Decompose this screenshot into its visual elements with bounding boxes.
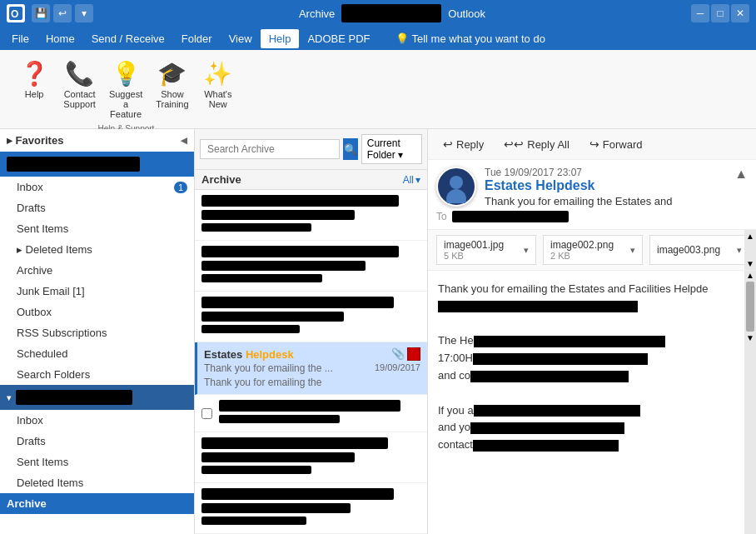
- nav-rss-1[interactable]: RSS Subscriptions: [0, 322, 194, 343]
- close-btn[interactable]: ✕: [731, 4, 749, 22]
- deleted-label-1: ▸ Deleted Items: [17, 243, 92, 256]
- body-scroll-up[interactable]: ▲: [744, 271, 756, 280]
- menu-folder[interactable]: Folder: [173, 29, 221, 48]
- quick-access-toolbar[interactable]: 💾 ↩ ▾: [32, 4, 93, 22]
- inbox-label-2: Inbox: [17, 414, 43, 427]
- list-item[interactable]: [195, 190, 427, 241]
- attachment-dropdown-3[interactable]: ▾: [737, 245, 742, 256]
- menu-help[interactable]: Help: [261, 29, 300, 48]
- whats-new-button[interactable]: ✨ What'sNew: [197, 57, 239, 122]
- reply-all-button[interactable]: ↩↩ Reply All: [497, 134, 576, 154]
- search-button[interactable]: 🔍: [343, 138, 358, 160]
- nav-search-folders-1[interactable]: Search Folders: [0, 364, 194, 385]
- main-layout: ▸ Favorites ◀ Inbox 1 Drafts Sent Items …: [0, 129, 756, 534]
- email-header: Tue 19/09/2017 23:07 Estates Helpdesk Th…: [428, 160, 756, 230]
- reply-all-label: Reply All: [527, 138, 569, 151]
- dropdown-btn[interactable]: ▾: [75, 4, 93, 22]
- folder-select[interactable]: Current Folder ▾: [361, 134, 422, 164]
- menu-adobe[interactable]: ADOBE PDF: [299, 29, 378, 48]
- nav-sent-1[interactable]: Sent Items: [0, 218, 194, 239]
- attachment-dropdown-2[interactable]: ▾: [630, 245, 635, 256]
- nav-deleted-1[interactable]: ▸ Deleted Items: [0, 239, 194, 260]
- forward-label: Forward: [603, 138, 643, 151]
- reply-all-icon: ↩↩: [504, 137, 524, 151]
- body-paragraph-2: The He 17:00H and co: [438, 332, 734, 384]
- list-item[interactable]: [195, 432, 427, 483]
- forward-button[interactable]: ↪ Forward: [583, 134, 649, 154]
- drafts-label-1: Drafts: [17, 202, 46, 214]
- lightbulb-icon: 💡: [395, 32, 409, 45]
- nav-outbox-1[interactable]: Outbox: [0, 302, 194, 322]
- sent-label-2: Sent Items: [17, 456, 68, 468]
- attachment-name-2: image002.png 2 KB: [550, 239, 614, 261]
- archive-title: Archive: [299, 7, 335, 20]
- maximize-btn[interactable]: □: [711, 4, 729, 22]
- list-item[interactable]: [195, 483, 427, 534]
- body-paragraph-3: If you a and yo contact: [438, 402, 734, 454]
- outbox-label-1: Outbox: [17, 306, 52, 318]
- menu-send-receive[interactable]: Send / Receive: [83, 29, 173, 48]
- nav-drafts-2[interactable]: Drafts: [0, 431, 194, 452]
- email-from: Estates Helpdesk: [485, 178, 726, 193]
- list-item[interactable]: [195, 241, 427, 292]
- all-filter-button[interactable]: All ▾: [403, 174, 420, 186]
- nav-inbox-2[interactable]: Inbox: [0, 410, 194, 431]
- menu-view[interactable]: View: [221, 29, 261, 48]
- training-icon: 🎓: [157, 60, 187, 87]
- scroll-up-icon[interactable]: ▲: [746, 232, 754, 241]
- selected-email-item[interactable]: Estates Helpdesk 📎 Thank you for emailin…: [195, 342, 427, 395]
- tell-me-label: Tell me what you want to do: [412, 32, 545, 45]
- undo-btn[interactable]: ↩: [53, 4, 72, 22]
- nav-sent-2[interactable]: Sent Items: [0, 452, 194, 472]
- list-item[interactable]: [195, 395, 427, 432]
- account1-name-redacted: [7, 157, 140, 172]
- scroll-down-icon[interactable]: ▼: [746, 259, 754, 268]
- attachment-item-2[interactable]: image002.png 2 KB ▾: [543, 235, 643, 265]
- help-icon: ❓: [20, 60, 49, 87]
- minimize-btn[interactable]: ─: [691, 4, 709, 22]
- ribbon: ❓ Help 📞 ContactSupport 💡 Suggesta Featu…: [0, 50, 756, 129]
- list-item[interactable]: [195, 292, 427, 342]
- search-bar: 🔍 Current Folder ▾: [195, 129, 427, 170]
- search-input[interactable]: [200, 139, 340, 159]
- reply-label: Reply: [456, 138, 484, 151]
- email-checkbox[interactable]: [201, 408, 212, 419]
- show-training-button[interactable]: 🎓 ShowTraining: [151, 57, 193, 122]
- body-scroll-down[interactable]: ▼: [744, 333, 756, 342]
- favorites-header[interactable]: ▸ Favorites ◀: [0, 129, 194, 152]
- nav-inbox-1[interactable]: Inbox 1: [0, 177, 194, 197]
- reply-button[interactable]: ↩ Reply: [436, 134, 490, 154]
- account2-header[interactable]: [0, 385, 194, 410]
- nav-junk-1[interactable]: Junk Email [1]: [0, 281, 194, 302]
- contact-support-button[interactable]: 📞 ContactSupport: [58, 57, 101, 122]
- menu-bar: File Home Send / Receive Folder View Hel…: [0, 27, 756, 50]
- help-button[interactable]: ❓ Help: [13, 57, 55, 122]
- attachment-dropdown-1[interactable]: ▾: [524, 245, 529, 256]
- tell-me[interactable]: 💡 Tell me what you want to do: [395, 32, 545, 45]
- scheduled-label-1: Scheduled: [17, 347, 67, 360]
- app-icon: O: [7, 4, 25, 22]
- collapse-header-button[interactable]: ▲: [734, 167, 748, 182]
- attachment-item-1[interactable]: image001.jpg 5 KB ▾: [436, 235, 536, 265]
- save-btn[interactable]: 💾: [32, 4, 50, 22]
- forward-icon: ↪: [589, 137, 599, 151]
- nav-archive-1[interactable]: Archive: [0, 260, 194, 281]
- menu-file[interactable]: File: [3, 29, 37, 48]
- nav-drafts-1[interactable]: Drafts: [0, 197, 194, 218]
- body-paragraph-1: Thank you for emailing the Estates and F…: [438, 281, 734, 316]
- drafts-label-2: Drafts: [17, 435, 46, 447]
- account1-header[interactable]: [0, 152, 194, 177]
- body-scrollbar[interactable]: ▲ ▼: [744, 271, 756, 534]
- rss-label-1: RSS Subscriptions: [17, 327, 107, 339]
- archive-list-label: Archive: [201, 173, 241, 186]
- body-scroll-thumb[interactable]: [746, 282, 754, 332]
- attachments-scrollbar[interactable]: ▲ ▼: [744, 230, 756, 270]
- account2-name-redacted: [16, 390, 132, 405]
- nav-deleted-2[interactable]: Deleted Items: [0, 472, 194, 493]
- suggest-feature-button[interactable]: 💡 Suggesta Feature: [104, 57, 147, 122]
- attachment-item-3[interactable]: image003.png ▾: [649, 235, 749, 265]
- archive-section-label: Archive: [7, 497, 47, 510]
- menu-home[interactable]: Home: [37, 29, 83, 48]
- nav-scheduled-1[interactable]: Scheduled: [0, 343, 194, 364]
- archive-section-header[interactable]: Archive: [0, 493, 194, 514]
